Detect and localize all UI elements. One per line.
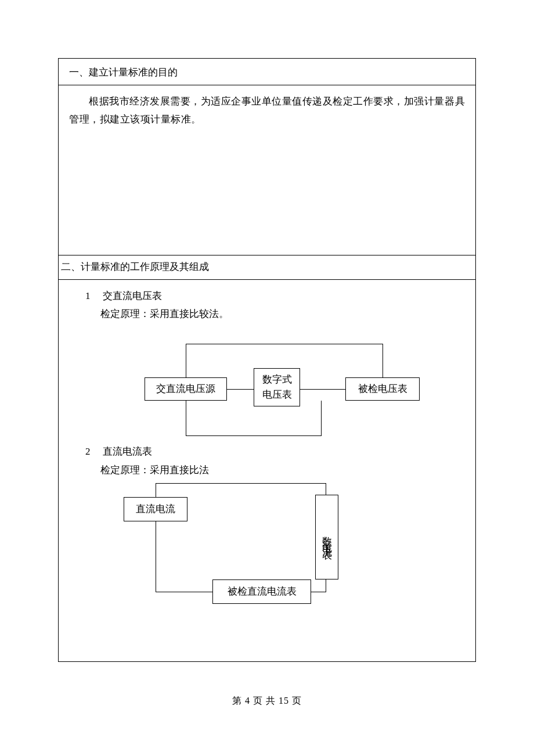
- section1-heading: 一、建立计量标准的目的: [69, 67, 178, 78]
- d1-h-l-m: [227, 389, 254, 390]
- section1-body-cell: 根据我市经济发展需要，为适应企事业单位量值传递及检定工作要求，加强计量器具管理，…: [58, 85, 476, 255]
- diagram2: 直流电流 数字电流表 被检直流电流表: [59, 481, 477, 614]
- d1-v-left-up: [186, 344, 186, 377]
- d1-box-mid-text: 数字式 电压表: [262, 372, 292, 403]
- section2-heading: 二、计量标准的工作原理及其组成: [61, 261, 209, 272]
- item1-principle: 检定原理：采用直接比较法。: [69, 305, 465, 323]
- d1-box-left: 交直流电压源: [145, 377, 227, 401]
- item2-num: 2: [85, 442, 100, 460]
- d1-box-right-text: 被检电压表: [358, 381, 407, 397]
- d1-box-left-text: 交直流电压源: [156, 381, 215, 397]
- d2-v-right-down: [326, 579, 326, 592]
- page-content: 一、建立计量标准的目的 根据我市经济发展需要，为适应企事业单位量值传递及检定工作…: [58, 58, 476, 662]
- d2-h-left-bottom: [156, 592, 212, 592]
- diagram1: 交直流电压源 数字式 电压表 被检电压表: [59, 332, 477, 442]
- section1-heading-cell: 一、建立计量标准的目的: [58, 58, 476, 85]
- item1-title: 交直流电压表: [103, 290, 162, 301]
- d2-box-bottom-text: 被检直流电流表: [228, 584, 297, 599]
- item1-num: 1: [85, 287, 100, 305]
- d1-v-right-down: [321, 401, 322, 435]
- d2-box-meter: 数字电流表: [315, 495, 338, 579]
- page-footer: 第 4 页 共 15 页: [0, 692, 534, 710]
- d2-v-right-up: [326, 483, 326, 495]
- item2-title: 直流电流表: [103, 446, 152, 457]
- d1-h-m-r: [300, 389, 345, 390]
- d2-h-right-bottom: [311, 592, 326, 592]
- d1-h-top: [186, 344, 383, 344]
- d2-v-left-down: [156, 521, 156, 592]
- section1-body: 根据我市经济发展需要，为适应企事业单位量值传递及检定工作要求，加强计量器具管理，…: [69, 92, 465, 129]
- d2-box-bottom: 被检直流电流表: [212, 579, 311, 604]
- d2-v-left-up: [156, 483, 156, 497]
- d1-v-left-down: [186, 401, 186, 435]
- item2-line: 2 直流电流表: [69, 442, 152, 460]
- section2-heading-cell: 二、计量标准的工作原理及其组成: [58, 255, 476, 280]
- item2-principle: 检定原理：采用直接比法: [69, 461, 209, 479]
- item1-line: 1 交直流电压表: [69, 287, 465, 305]
- d2-box-meter-text: 数字电流表: [319, 528, 334, 546]
- d1-box-mid: 数字式 电压表: [254, 368, 300, 406]
- d1-v-right-up: [383, 344, 383, 377]
- d1-h-bottom: [186, 435, 322, 436]
- section2-body-cell: 1 交直流电压表 检定原理：采用直接比较法。 交直流电压源 数字式 电压表 被检…: [58, 280, 476, 662]
- d1-box-right: 被检电压表: [345, 377, 420, 401]
- d2-h-top: [156, 483, 326, 484]
- d2-box-source-text: 直流电流: [136, 502, 175, 517]
- d2-box-source: 直流电流: [124, 497, 187, 521]
